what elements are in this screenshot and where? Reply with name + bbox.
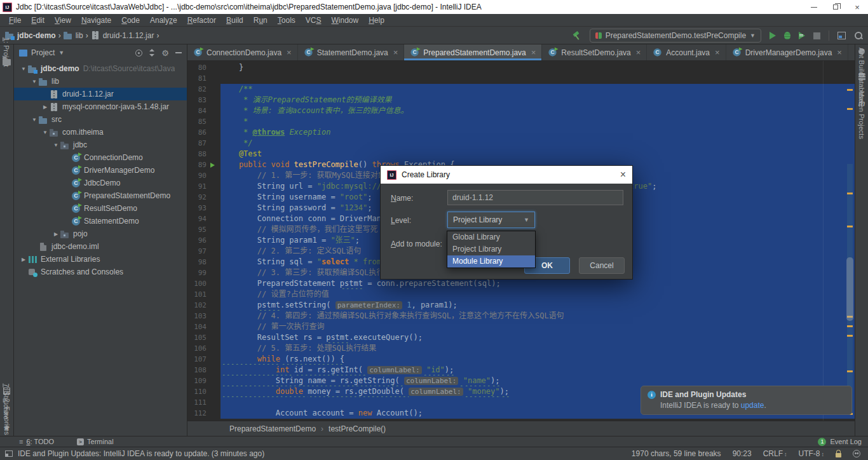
tree-item-preparedstatementdemo[interactable]: PreparedStatementDemo xyxy=(14,189,187,202)
tree-item-jdbcdemo[interactable]: JdbcDemo xyxy=(14,177,187,189)
lock-icon[interactable] xyxy=(836,453,841,457)
menu-run[interactable]: Run xyxy=(248,16,273,25)
code-line-106[interactable]: 106 // 5. 第五步: 处理SQL执行结果 xyxy=(187,343,855,354)
code-line-84[interactable]: 84 * 场景: 查询account表中，张三的账户信息。 xyxy=(187,105,855,116)
encoding-select[interactable]: UTF-8↕ xyxy=(799,449,825,458)
code-line-81[interactable]: 81 xyxy=(187,73,855,84)
hide-panel-icon[interactable] xyxy=(175,52,182,53)
toolwindow-toggle-icon[interactable] xyxy=(5,450,13,457)
code-line-105[interactable]: 105 ResultSet rs = pstmt.executeQuery(); xyxy=(187,332,855,343)
code-line-100[interactable]: 100 PreparedStatement pstmt = conn.prepa… xyxy=(187,278,855,289)
tree-item-external-libraries[interactable]: ▶External Libraries xyxy=(14,253,187,266)
line-ending-select[interactable]: CRLF↕ xyxy=(763,449,787,458)
tab-account-java[interactable]: Account.java× xyxy=(647,44,726,60)
debug-button[interactable] xyxy=(784,32,790,39)
inspections-hector-icon[interactable] xyxy=(853,450,860,457)
menu-tools[interactable]: Tools xyxy=(273,16,301,25)
breadcrumb-item-jdbc-demo[interactable]: jdbc-demo xyxy=(5,31,56,40)
breadcrumb-item-druid-1.1.12.jar[interactable]: druid-1.1.12.jar xyxy=(91,31,154,40)
tree-arrow-icon[interactable]: ▼ xyxy=(51,142,60,148)
menu-vcs[interactable]: VCS xyxy=(301,16,327,25)
editor-breadcrumb-item[interactable]: PreparedStatementDemo xyxy=(229,424,316,433)
code-line-83[interactable]: 83 * 演示PreparedStatement的预编译效果 xyxy=(187,95,855,105)
code-line-108[interactable]: 108 int id = rs.getInt( columnLabel: "id… xyxy=(187,365,855,375)
run-button[interactable] xyxy=(770,32,776,39)
dialog-titlebar[interactable]: IJ Create Library × xyxy=(381,166,632,184)
menu-help[interactable]: Help xyxy=(363,16,390,25)
chevron-down-icon[interactable]: ▼ xyxy=(58,50,64,56)
tree-item-druid-1-1-12-jar[interactable]: druid-1.1.12.jar xyxy=(14,88,187,100)
search-icon[interactable] xyxy=(854,31,863,40)
code-line-102[interactable]: 102 pstmt.setString( parameterIndex: 1, … xyxy=(187,300,855,311)
menu-analyze[interactable]: Analyze xyxy=(145,16,182,25)
tree-arrow-icon[interactable]: ▶ xyxy=(41,104,50,110)
collapse-all-icon[interactable] xyxy=(149,49,155,57)
level-option-project-library[interactable]: Project Library xyxy=(447,243,535,255)
tree-arrow-icon[interactable]: ▼ xyxy=(30,79,39,85)
status-message[interactable]: IDE and Plugin Updates: IntelliJ IDEA is… xyxy=(18,449,264,458)
tree-item-lib[interactable]: ▼lib xyxy=(14,75,187,88)
code-line-109[interactable]: 109 String name = rs.getString( columnLa… xyxy=(187,375,855,386)
tree-item-scratches-and-consoles[interactable]: Scratches and Consoles xyxy=(14,266,187,278)
tab-close-icon[interactable]: × xyxy=(287,48,292,57)
coverage-button[interactable] xyxy=(799,32,805,39)
terminal-toolwindow-button[interactable]: > Terminal xyxy=(77,438,114,445)
tree-item-jdbc-demo-iml[interactable]: jdbc-demo.iml xyxy=(14,240,187,253)
tab-close-icon[interactable]: × xyxy=(837,48,842,57)
tab-resultsetdemo-java[interactable]: ResultSetDemo.java× xyxy=(542,44,647,60)
menu-view[interactable]: View xyxy=(50,16,76,25)
menu-edit[interactable]: Edit xyxy=(26,16,50,25)
tree-arrow-icon[interactable]: ▼ xyxy=(30,117,39,123)
run-test-icon[interactable] xyxy=(207,161,218,170)
code-line-86[interactable]: 86 * @throws Exception xyxy=(187,127,855,138)
tab-close-icon[interactable]: × xyxy=(393,48,398,57)
todo-toolwindow-button[interactable]: ≡ 6: TODO xyxy=(19,438,54,445)
editor-scrollbar[interactable] xyxy=(846,61,855,421)
tree-arrow-icon[interactable]: ▶ xyxy=(51,231,60,237)
tab-close-icon[interactable]: × xyxy=(715,48,720,57)
code-line-104[interactable]: 104 // 第一次执行查询 xyxy=(187,321,855,332)
code-line-101[interactable]: 101 // 设置?占位符的值 xyxy=(187,289,855,300)
code-line-82[interactable]: 82 /** xyxy=(187,84,855,95)
tab-preparedstatementdemo-java[interactable]: PreparedStatementDemo.java× xyxy=(404,44,542,60)
level-option-module-library[interactable]: Module Library xyxy=(447,255,535,267)
tree-arrow-icon[interactable]: ▼ xyxy=(19,66,28,72)
minimize-icon[interactable] xyxy=(803,0,825,14)
tree-item-com-itheima[interactable]: ▼com.itheima xyxy=(14,126,187,139)
tree-arrow-icon[interactable]: ▼ xyxy=(41,130,50,135)
event-log-button[interactable]: 1 Event Log xyxy=(818,438,862,446)
tree-item-jdbc-demo[interactable]: ▼jdbc-demoD:\itcast\Source\itcast\Java xyxy=(14,62,187,75)
code-line-85[interactable]: 85 * xyxy=(187,116,855,127)
caret-position[interactable]: 90:23 xyxy=(733,449,752,458)
close-icon[interactable]: × xyxy=(846,0,868,14)
breadcrumb-item-lib[interactable]: lib xyxy=(64,31,83,40)
run-configuration-select[interactable]: PreparedStatementDemo.testPreCompile ▼ xyxy=(590,29,761,43)
menu-navigate[interactable]: Navigate xyxy=(76,16,116,25)
code-line-88[interactable]: 88 @Test xyxy=(187,149,855,159)
tree-item-jdbc[interactable]: ▼jdbc xyxy=(14,139,187,151)
locate-file-icon[interactable] xyxy=(135,50,142,57)
tab-connectiondemo-java[interactable]: ConnectionDemo.java× xyxy=(187,44,298,60)
restore-layout-icon[interactable] xyxy=(837,32,846,39)
code-line-87[interactable]: 87 */ xyxy=(187,138,855,149)
menu-file[interactable]: File xyxy=(4,16,26,25)
tab-close-icon[interactable]: × xyxy=(636,48,641,57)
code-line-107[interactable]: 107 while (rs.next()) { xyxy=(187,354,855,365)
dialog-close-icon[interactable]: × xyxy=(620,169,626,180)
tree-item-drivermanagerdemo[interactable]: DriverManagerDemo xyxy=(14,164,187,177)
project-panel-title[interactable]: Project xyxy=(31,48,55,57)
tree-item-src[interactable]: ▼src xyxy=(14,113,187,126)
tab-statementdemo-java[interactable]: StatementDemo.java× xyxy=(298,44,405,60)
tree-item-resultsetdemo[interactable]: ResultSetDemo xyxy=(14,202,187,215)
library-name-field[interactable] xyxy=(447,190,623,205)
tree-item-connectiondemo[interactable]: ConnectionDemo xyxy=(14,151,187,164)
cancel-button[interactable]: Cancel xyxy=(579,257,625,274)
tree-item-mysql-connector-java-5-1-48-jar[interactable]: ▶mysql-connector-java-5.1.48.jar xyxy=(14,100,187,113)
editor-breadcrumb-item[interactable]: testPreCompile() xyxy=(329,424,386,433)
menu-window[interactable]: Window xyxy=(326,16,363,25)
tab-drivermanagerdemo-java[interactable]: DriverManagerDemo.java× xyxy=(726,44,848,60)
menu-refactor[interactable]: Refactor xyxy=(182,16,221,25)
tree-arrow-icon[interactable]: ▶ xyxy=(19,257,28,262)
update-link[interactable]: update xyxy=(741,401,764,410)
menu-build[interactable]: Build xyxy=(221,16,248,25)
